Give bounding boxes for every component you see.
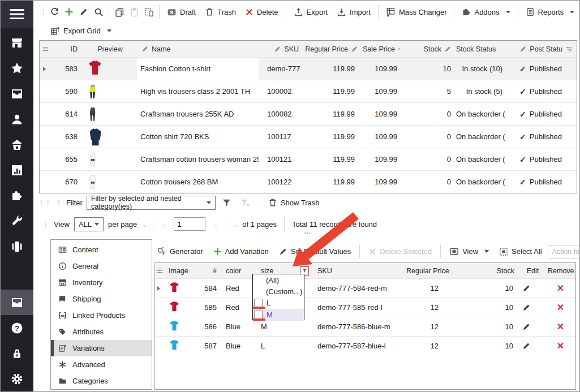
trash-button[interactable]: Trash: [200, 4, 240, 20]
add-product-button[interactable]: [62, 5, 76, 19]
show-trash-button[interactable]: Show Trash: [267, 195, 324, 210]
variation-row[interactable]: 584 Red demo-777-584-red-m 12 10 ✕: [155, 278, 575, 298]
checkbox-icon[interactable]: [254, 311, 263, 319]
sidebar-item-store[interactable]: [1, 30, 33, 55]
col-stock[interactable]: Stock: [403, 45, 454, 53]
table-row[interactable]: 614 Craftsman trousers 255K AD 100082 11…: [40, 102, 577, 125]
refresh-button[interactable]: [47, 5, 62, 19]
delete-selected-button[interactable]: Delete Selected: [364, 244, 436, 260]
add-variation-button[interactable]: Add Variation: [209, 244, 273, 260]
first-page-button[interactable]: ←⋮: [141, 219, 156, 229]
variation-image[interactable]: [165, 281, 198, 296]
export-button[interactable]: Export: [289, 4, 333, 20]
product-preview[interactable]: [83, 104, 137, 125]
paste-button[interactable]: [127, 5, 141, 19]
sidebar-item-products[interactable]: [1, 81, 33, 106]
mass-changer-button[interactable]: Mass Changer: [381, 4, 452, 20]
cell-name[interactable]: Craftsman cotton trousers woman 259 BM: [137, 155, 259, 163]
product-preview[interactable]: [83, 59, 137, 79]
variation-action-select[interactable]: Action for selected variations: [548, 245, 580, 259]
product-preview[interactable]: [83, 81, 137, 102]
reports-button[interactable]: Reports: [521, 4, 579, 20]
cell-name[interactable]: Fashion Cotton t-shirt: [137, 58, 259, 80]
sidebar-item-analytics[interactable]: [1, 157, 33, 183]
category-filter-select[interactable]: Filter by selected and nested category(i…: [87, 196, 216, 210]
col-sale-price[interactable]: Sale Price: [360, 45, 403, 53]
addons-button[interactable]: Addons: [457, 4, 514, 20]
cell-name[interactable]: Craftsman trousers 255K AD: [137, 110, 259, 118]
col-stock-status[interactable]: Stock Status: [454, 45, 505, 53]
sidebar-item-users[interactable]: [1, 106, 33, 132]
edit-variation-button[interactable]: [520, 322, 545, 331]
tab-content[interactable]: Content: [51, 242, 152, 258]
col-remove[interactable]: Remove: [545, 267, 575, 275]
product-preview[interactable]: [83, 127, 137, 147]
sidebar-item-devices[interactable]: [1, 234, 33, 259]
remove-variation-button[interactable]: ✕: [545, 302, 575, 313]
set-default-values-button[interactable]: Set Default Values: [274, 244, 356, 260]
variation-row[interactable]: 585 Red demo-777-585-red-l 12 10 ✕: [155, 298, 575, 317]
toolbar-grip[interactable]: ⋮: [40, 8, 47, 15]
delete-button[interactable]: Delete: [240, 4, 283, 20]
sidebar-item-plugins[interactable]: [1, 183, 33, 208]
import-button[interactable]: Import: [332, 4, 375, 20]
tab-categories[interactable]: Categories: [51, 373, 152, 389]
table-row[interactable]: 590 High vis trousers class 2 2001 TH 10…: [40, 80, 577, 102]
page-number-input[interactable]: [174, 217, 205, 231]
edit-variation-button[interactable]: [520, 342, 545, 350]
col-sku[interactable]: SKU: [311, 267, 404, 275]
edit-variation-button[interactable]: [520, 303, 545, 312]
tab-linked-products[interactable]: Linked Products: [51, 307, 152, 324]
variation-image[interactable]: [165, 338, 198, 354]
col-name[interactable]: Name: [137, 45, 259, 53]
paste-special-button[interactable]: [141, 5, 156, 19]
col-regular-price[interactable]: Regular Price: [404, 267, 452, 275]
clear-filter-button[interactable]: [238, 195, 253, 210]
select-all-button[interactable]: Select All: [495, 244, 546, 260]
cell-name[interactable]: Cotton shirt 720 BKS: [137, 132, 259, 141]
apply-filter-button[interactable]: [220, 195, 234, 210]
section-resize-handle[interactable]: …: [304, 227, 312, 235]
table-handle-icon[interactable]: [43, 47, 48, 51]
col-post-status[interactable]: Post Statu: [505, 45, 577, 53]
col-regular-price[interactable]: Regular Price: [301, 45, 360, 53]
tab-variations-active[interactable]: Variations: [51, 340, 152, 356]
col-num[interactable]: #: [198, 267, 224, 275]
sidebar-item-help[interactable]: ?: [1, 315, 33, 341]
pagination-grip[interactable]: ⋮: [42, 221, 49, 227]
table-row[interactable]: 670 Cotton trousers 268 BM 100122 119.99…: [40, 170, 577, 193]
sidebar-item-security[interactable]: [1, 341, 33, 366]
col-sku[interactable]: SKU: [259, 45, 301, 53]
sidebar-item-orders[interactable]: [1, 132, 33, 157]
export-grid-button[interactable]: Export Grid: [46, 23, 116, 38]
cell-name[interactable]: Cotton trousers 268 BM: [137, 178, 259, 186]
tab-general[interactable]: General: [51, 258, 152, 274]
remove-variation-button[interactable]: ✕: [545, 321, 575, 332]
col-preview[interactable]: Preview: [83, 45, 137, 53]
size-filter-option-l[interactable]: L: [253, 297, 304, 309]
col-id[interactable]: ID: [51, 45, 83, 53]
prev-page-button[interactable]: ←: [161, 219, 169, 229]
sidebar-item-bulk-editor-active[interactable]: [1, 290, 33, 315]
filter-grip[interactable]: ⋮: [55, 199, 62, 206]
table-row[interactable]: 583 Fashion Cotton t-shirt demo-777 119.…: [40, 57, 577, 80]
variation-image[interactable]: [165, 300, 198, 315]
menu-toggle-button[interactable]: [1, 1, 33, 28]
draft-button[interactable]: Draft: [162, 4, 200, 20]
size-filter-option-m[interactable]: M: [253, 309, 304, 321]
remove-variation-button[interactable]: ✕: [545, 341, 575, 351]
edit-variation-button[interactable]: [520, 284, 545, 292]
table-row[interactable]: 655 Craftsman cotton trousers woman 259 …: [40, 148, 577, 170]
search-button[interactable]: [91, 5, 106, 19]
variation-image[interactable]: [165, 319, 198, 334]
product-preview[interactable]: [83, 171, 137, 193]
filter-grip[interactable]: ⋮⋮: [38, 199, 51, 206]
variation-row[interactable]: 586 Blue M demo-777-586-blue-m 12 10 ✕: [155, 317, 575, 336]
table-handle-icon[interactable]: [157, 269, 162, 273]
checkbox-icon[interactable]: [254, 299, 263, 307]
edit-button[interactable]: [76, 5, 91, 19]
remove-variation-button[interactable]: ✕: [545, 283, 575, 294]
product-preview[interactable]: [83, 149, 137, 170]
size-filter-option-all[interactable]: (All): [253, 274, 304, 286]
tab-shipping[interactable]: Shipping: [51, 291, 152, 307]
